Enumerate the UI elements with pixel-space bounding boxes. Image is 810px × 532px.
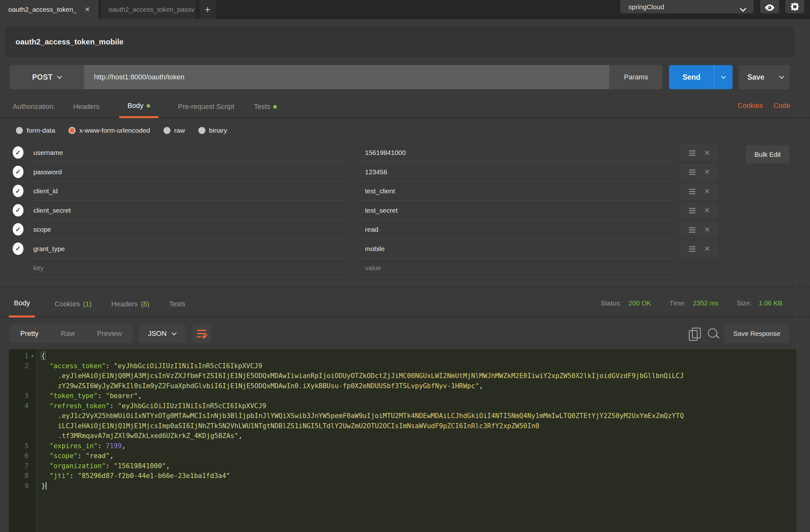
radio-x-www-form-urlencoded[interactable]: x-www-form-urlencoded	[68, 127, 150, 134]
save-response-button[interactable]: Save Response	[724, 324, 789, 343]
url-input[interactable]: http://host1:8000/oauth/token	[84, 65, 610, 89]
checkbox-checked-icon[interactable]: ✓	[13, 204, 23, 216]
request-tab-inactive[interactable]: oauth2_access_token_passv	[101, 0, 195, 19]
tab-headers[interactable]: Headers	[73, 95, 99, 118]
search-response-button[interactable]	[708, 328, 720, 341]
remove-row-icon[interactable]: ×	[704, 225, 710, 234]
window-tab-bar: oauth2_access_token_ × oauth2_access_tok…	[0, 0, 810, 19]
new-tab-button[interactable]: +	[199, 0, 216, 19]
request-title-panel: oauth2_access_token_mobile	[4, 26, 795, 59]
green-dot-icon	[273, 105, 277, 109]
param-value-input[interactable]: mobile	[359, 240, 677, 258]
size-value: 1.06 KB	[759, 299, 782, 307]
row-actions: ×	[680, 241, 718, 258]
param-row: ✓ username 15619841000 ×	[0, 144, 810, 162]
checkbox-checked-icon[interactable]: ✓	[13, 166, 23, 178]
remove-row-icon[interactable]: ×	[704, 205, 710, 215]
close-tab-icon[interactable]: ×	[82, 4, 92, 14]
tab-body[interactable]: Body	[119, 95, 158, 118]
param-value-input[interactable]: read	[359, 220, 677, 239]
param-key-input[interactable]: key	[30, 259, 347, 277]
param-row: ✓ scope read ×	[0, 220, 810, 239]
param-value-input[interactable]: 15619841000	[359, 144, 677, 162]
param-key-input[interactable]: grant_type	[30, 240, 347, 258]
time-label: Time:	[669, 299, 686, 307]
param-value-input[interactable]: test_secret	[359, 201, 677, 220]
param-row-empty: key value	[0, 259, 810, 278]
bulk-edit-button[interactable]: Bulk Edit	[746, 145, 789, 163]
environment-preview-button[interactable]	[760, 0, 779, 13]
remove-row-icon[interactable]: ×	[704, 244, 710, 253]
copy-response-button[interactable]	[689, 327, 701, 340]
view-raw[interactable]: Raw	[61, 329, 75, 338]
environment-select[interactable]: springCloud	[620, 0, 754, 13]
view-pretty[interactable]: Pretty	[20, 329, 38, 338]
send-options-button[interactable]	[714, 65, 732, 89]
param-value-input[interactable]: value	[359, 259, 677, 277]
checkbox-checked-icon[interactable]: ✓	[13, 223, 23, 236]
code-line-wrap: .tf3MRmqavA7mjZXl9w0ZkLxed6UZkrkZ_4KDjg5…	[9, 431, 797, 441]
status-label: Status:	[601, 299, 621, 307]
code-line: 1 ▾ {	[9, 351, 797, 361]
remove-row-icon[interactable]: ×	[704, 148, 710, 158]
params-button[interactable]: Params	[610, 65, 662, 89]
chevron-down-icon	[172, 330, 177, 335]
drag-handle-icon[interactable]	[689, 191, 695, 192]
chevron-down-icon	[57, 74, 62, 79]
radio-raw[interactable]: raw	[163, 127, 185, 134]
tab-tests[interactable]: Tests	[254, 95, 277, 118]
request-tab-active[interactable]: oauth2_access_token_ ×	[0, 0, 98, 19]
code-link[interactable]: Code	[774, 101, 790, 110]
response-tab-cookies[interactable]: Cookies (1)	[54, 290, 92, 318]
response-tab-tests[interactable]: Tests	[169, 290, 185, 318]
response-body-viewer: 1 ▾ { 2 "access_token": "eyJhbGciOiJIUzI…	[9, 349, 797, 532]
param-value-input[interactable]: test_client	[359, 182, 677, 200]
response-tab-headers[interactable]: Headers (8)	[111, 290, 149, 318]
save-button[interactable]: Save	[739, 65, 790, 89]
tab-pre-request-script[interactable]: Pre-request Script	[178, 95, 234, 118]
body-mode-row: form-data x-www-form-urlencoded raw bina…	[16, 124, 227, 137]
eye-icon	[764, 4, 775, 12]
drag-handle-icon[interactable]	[689, 172, 695, 173]
save-options-button[interactable]	[773, 65, 790, 89]
method-select[interactable]: POST	[10, 65, 84, 89]
scrollbar-track	[797, 92, 797, 532]
code-line: 5 "expires_in": 7199,	[9, 441, 797, 451]
row-actions: ×	[680, 183, 718, 200]
checkbox-checked-icon[interactable]: ✓	[13, 242, 23, 255]
environment-name: springCloud	[629, 3, 664, 11]
param-key-input[interactable]: client_id	[30, 182, 347, 200]
drag-handle-icon[interactable]	[689, 210, 695, 211]
method-label: POST	[32, 73, 53, 82]
param-key-input[interactable]: password	[30, 163, 347, 181]
drag-handle-icon[interactable]	[689, 153, 695, 154]
param-key-input[interactable]: client_secret	[30, 201, 347, 220]
gear-icon	[790, 2, 799, 12]
view-preview[interactable]: Preview	[97, 329, 122, 338]
settings-button[interactable]	[785, 0, 804, 13]
code-line-wrap: zY29wZSI6WyJyZWFkIl0sIm9yZ2FuaXphdGlvbiI…	[9, 381, 797, 391]
time-value: 2352 ms	[693, 299, 718, 307]
fold-arrow-icon[interactable]: ▾	[29, 351, 36, 361]
radio-form-data[interactable]: form-data	[16, 127, 55, 134]
code-line: 7 "organization": "15619841000",	[9, 461, 797, 471]
radio-icon	[16, 127, 23, 134]
radio-binary[interactable]: binary	[198, 127, 227, 134]
status-badge: 200 OK	[629, 299, 651, 307]
remove-row-icon[interactable]: ×	[704, 186, 710, 196]
drag-handle-icon[interactable]	[689, 229, 695, 230]
tab-authorization[interactable]: Authorization	[13, 95, 53, 118]
wrap-text-button[interactable]	[192, 324, 211, 343]
checkbox-checked-icon[interactable]: ✓	[13, 185, 23, 197]
cookies-link[interactable]: Cookies	[738, 101, 763, 110]
format-select[interactable]: JSON	[138, 324, 186, 343]
drag-handle-icon[interactable]	[689, 248, 695, 249]
checkbox-checked-icon[interactable]: ✓	[13, 146, 23, 159]
response-tab-body[interactable]: Body	[9, 290, 35, 318]
send-button[interactable]: Send	[669, 65, 732, 89]
param-value-input[interactable]: 123456	[359, 163, 677, 181]
remove-row-icon[interactable]: ×	[704, 167, 710, 177]
chevron-down-icon	[740, 5, 746, 12]
param-key-input[interactable]: username	[30, 144, 347, 162]
param-key-input[interactable]: scope	[30, 220, 347, 239]
